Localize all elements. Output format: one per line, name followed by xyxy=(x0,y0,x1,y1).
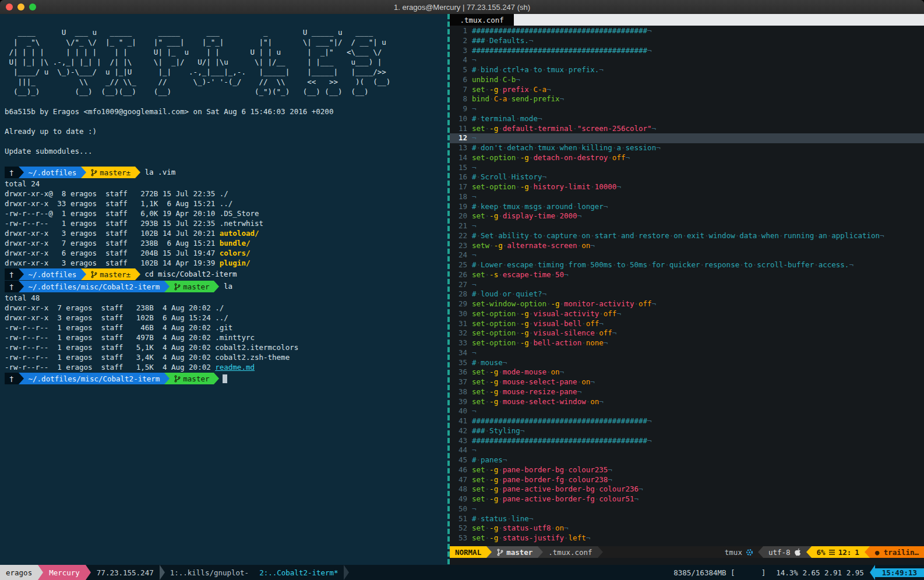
vim-line[interactable]: 39set·-g·mouse-select-window·on¬ xyxy=(450,397,924,407)
vim-line[interactable]: 49set·-g·pane-active-border-fg·colour51¬ xyxy=(450,494,924,504)
vim-line[interactable]: 53set·-g·status-justify·left¬ xyxy=(450,533,924,543)
file-name: ../ xyxy=(220,199,233,208)
listing-row: -rw-r--r-- 1 eragos staff 3,4K 4 Aug 20:… xyxy=(5,352,447,362)
vim-line[interactable]: 22#·Set·ability·to·capture·on·start·and·… xyxy=(450,231,924,241)
vim-line[interactable]: 47set·-g·pane-border-fg·colour238¬ xyxy=(450,475,924,485)
eol-marker: ¬ xyxy=(472,55,477,64)
vim-line[interactable]: 2###·Defaults.¬ xyxy=(450,36,924,46)
line-number: 49 xyxy=(450,494,472,504)
file-link[interactable]: readme.md xyxy=(215,363,255,372)
statusline-filename: .tmux.conf xyxy=(543,546,597,558)
eol-marker: ¬ xyxy=(577,211,582,220)
line-number: 4 xyxy=(450,55,472,65)
prompt-path-segment: ~/.dotfiles xyxy=(24,167,82,178)
vim-line[interactable]: 41######################################… xyxy=(450,416,924,426)
line-number: 2 xyxy=(450,36,472,46)
tmux-window-1[interactable]: 1:..kills/gnuplot- xyxy=(165,565,254,580)
tmux-window-2-active[interactable]: 2:..Cobalt2-iterm* xyxy=(254,565,343,580)
line-number: 8 xyxy=(450,94,472,104)
vim-line[interactable]: 42###·Styling¬ xyxy=(450,426,924,436)
line-number: 11 xyxy=(450,124,472,134)
vim-line[interactable]: 29set-window-option·-g·monitor-activity·… xyxy=(450,299,924,309)
vim-line[interactable]: 32set-option·-g·visual-silence·off¬ xyxy=(450,328,924,338)
vim-line[interactable]: 27¬ xyxy=(450,280,924,290)
vim-line[interactable]: 45#·panes¬ xyxy=(450,455,924,465)
file-name: cobalt2.itermcolors xyxy=(215,343,298,352)
ascii-banner-line: |||_ \\ _// \\_ // \_)-' '-(_/ // \\ << … xyxy=(5,77,447,87)
vim-line[interactable]: 34¬ xyxy=(450,348,924,358)
vim-line[interactable]: 6unbind·C-b¬ xyxy=(450,75,924,85)
vim-line[interactable]: 35#·mouse¬ xyxy=(450,358,924,368)
vim-tabline: .tmux.conf xyxy=(450,14,924,26)
eol-marker: ¬ xyxy=(616,309,621,318)
vim-line[interactable]: 40¬ xyxy=(450,406,924,416)
ascii-banner-line: |____/ u \_)-\___/ u |_|U |_| .-,_|___|_… xyxy=(5,67,447,77)
line-number: 16 xyxy=(450,172,472,182)
vim-line[interactable]: 13#·don't·detach·tmux·when·killing·a·ses… xyxy=(450,143,924,153)
vim-line[interactable]: 20set·-g·display-time·2000¬ xyxy=(450,211,924,221)
vim-line[interactable]: 48set·-g·pane-active-border-bg·colour236… xyxy=(450,484,924,494)
vim-line[interactable]: 9¬ xyxy=(450,104,924,114)
vim-line[interactable]: 33set-option·-g·bell-action·none¬ xyxy=(450,338,924,348)
vim-line[interactable]: 43######################################… xyxy=(450,436,924,446)
eol-marker: ¬ xyxy=(652,124,657,133)
ascii-banner-line: (__)_) (__) (__)(__) (__) (_")("_) (__) … xyxy=(5,87,447,97)
vim-line[interactable]: 31set-option·-g·visual-bell·off¬ xyxy=(450,319,924,329)
eol-marker: ¬ xyxy=(503,358,507,367)
eol-marker: ¬ xyxy=(599,65,604,74)
vim-line[interactable]: 1#######################################… xyxy=(450,26,924,36)
eol-marker: ¬ xyxy=(472,250,477,259)
vim-line[interactable]: 4¬ xyxy=(450,55,924,65)
line-number: 43 xyxy=(450,436,472,446)
eol-marker: ¬ xyxy=(639,484,643,493)
vim-line[interactable]: 14set-option·-g·detach-on-destroy·off¬ xyxy=(450,153,924,163)
vim-line[interactable]: 17set-option·-g·history-limit·10000¬ xyxy=(450,182,924,192)
vim-line[interactable]: 28#·loud·or·quiet?¬ xyxy=(450,289,924,299)
vim-pane[interactable]: .tmux.conf 1############################… xyxy=(450,14,924,565)
eol-marker: ¬ xyxy=(472,221,477,230)
vim-line[interactable]: 7set·-g·prefix·C-a¬ xyxy=(450,85,924,95)
vim-line[interactable]: 24¬ xyxy=(450,250,924,260)
file-name: ../ xyxy=(215,313,228,322)
vim-line[interactable]: 51#·status·line¬ xyxy=(450,514,924,524)
vim-line[interactable]: 25#·Lower·escape·timing·from·500ms·to·50… xyxy=(450,260,924,270)
vim-line[interactable]: 5#·bind·ctrl+a·to·tmux·prefix.¬ xyxy=(450,65,924,75)
line-number: 7 xyxy=(450,85,472,95)
vim-line[interactable]: 23setw·-g·alternate-screen·on¬ xyxy=(450,241,924,251)
file-name: ./ xyxy=(220,189,228,198)
powerline-arrow xyxy=(19,167,24,178)
vim-line[interactable]: 10#·terminal·mode¬ xyxy=(450,114,924,124)
line-number: 24 xyxy=(450,250,472,260)
listing-row: drwxr-xr-x 3 eragos staff 102B 14 Jul 20… xyxy=(5,228,447,238)
vim-line[interactable]: 19#·keep·tmux·msgs·around·longer¬ xyxy=(450,202,924,212)
vim-line[interactable]: 3#######################################… xyxy=(450,46,924,56)
vim-line[interactable]: 8bind·C-a·send-prefix¬ xyxy=(450,94,924,104)
line-number: 37 xyxy=(450,377,472,387)
vim-line[interactable]: 11set·-g·default-terminal·"screen-256col… xyxy=(450,124,924,134)
vim-line[interactable]: 18¬ xyxy=(450,192,924,202)
vim-line[interactable]: 52set·-g·status-utf8·on¬ xyxy=(450,524,924,533)
vim-line[interactable]: 21¬ xyxy=(450,221,924,231)
vim-line[interactable]: 37set·-g·mouse-select-pane·on¬ xyxy=(450,377,924,387)
vim-line[interactable]: 36set·-g·mode-mouse·on¬ xyxy=(450,367,924,377)
vim-line[interactable]: 50¬ xyxy=(450,504,924,514)
vim-line[interactable]: 30set-option·-g·visual-activity·off¬ xyxy=(450,309,924,319)
vim-line[interactable]: 16#·Scroll·History¬ xyxy=(450,172,924,182)
vim-line[interactable]: 26set·-s·escape-time·50¬ xyxy=(450,270,924,280)
vim-tab-tmux-conf[interactable]: .tmux.conf xyxy=(450,14,514,26)
vim-line[interactable]: 38set·-g·mouse-resize-pane¬ xyxy=(450,387,924,397)
vim-line[interactable]: 44¬ xyxy=(450,445,924,455)
vim-buffer[interactable]: 1#######################################… xyxy=(450,26,924,546)
vim-line[interactable]: 15¬ xyxy=(450,163,924,173)
git-branch-icon xyxy=(91,169,97,176)
shell-pane[interactable]: ____ U ___ u _____ _____ ___ _ U _____ u… xyxy=(0,14,447,565)
titlebar: 1. eragos@Mercury | 77.23.155.247 (sh) xyxy=(0,0,924,14)
eol-marker: ¬ xyxy=(472,133,477,142)
vim-line[interactable]: 46set·-g·pane-border-bg·colour235¬ xyxy=(450,465,924,475)
line-number: 41 xyxy=(450,416,472,426)
eol-marker: ¬ xyxy=(849,260,854,269)
vim-cursor-line[interactable]: 12¬ xyxy=(450,133,924,143)
git-branch-icon xyxy=(174,283,181,291)
shell-prompt-active[interactable]: †~/.dotfiles/misc/Cobalt2-itermmaster xyxy=(5,373,447,384)
file-name: plugin/ xyxy=(220,259,251,267)
